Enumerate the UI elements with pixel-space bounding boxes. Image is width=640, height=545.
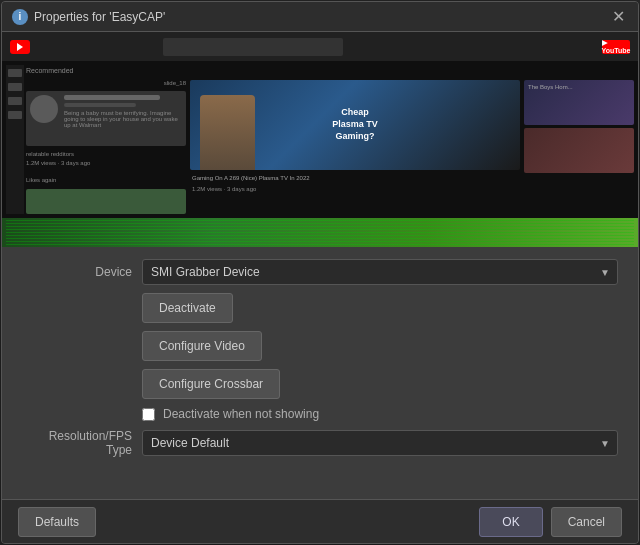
configure-crossbar-button[interactable]: Configure Crossbar xyxy=(142,369,280,399)
yt-person-silhouette xyxy=(200,95,255,170)
yt-user-video: Being a baby must be terrifying. Imagine… xyxy=(26,91,186,146)
yt-likes: Likes again xyxy=(26,177,186,183)
youtube-logo-icon xyxy=(10,40,30,54)
yt-timestamp: slide_18 xyxy=(26,80,186,86)
title-bar: i Properties for 'EasyCAP' ✕ xyxy=(2,2,638,32)
yt-video-meta: 1.2M views · 3 days ago xyxy=(190,186,520,192)
yt-title-line xyxy=(64,95,160,100)
device-label: Device xyxy=(22,265,132,279)
yt-content: Recommended slide_18 Being a baby must b… xyxy=(2,61,638,218)
title-text: Properties for 'EasyCAP' xyxy=(34,10,165,24)
yt-featured-video: slide_18 Being a baby must be terrifying… xyxy=(26,80,186,214)
yt-sidebar-item xyxy=(8,97,22,105)
configure-crossbar-row: Configure Crossbar xyxy=(142,369,618,399)
resolution-dropdown[interactable]: Device Default xyxy=(142,430,618,456)
yt-bottom-thumb xyxy=(26,189,186,214)
yt-badge: ▶ YouTube xyxy=(602,40,630,54)
yt-side-thumb-2 xyxy=(524,128,634,173)
dialog-icon: i xyxy=(12,9,28,25)
youtube-preview: ▶ YouTube Recommended slide_18 xyxy=(2,32,638,247)
yt-main-content: Recommended slide_18 Being a baby must b… xyxy=(26,65,634,214)
ok-button[interactable]: OK xyxy=(479,507,542,537)
preview-area: ▶ YouTube Recommended slide_18 xyxy=(2,32,638,247)
close-button[interactable]: ✕ xyxy=(608,7,628,27)
yt-avatar xyxy=(30,95,58,123)
yt-sidebar xyxy=(6,65,24,214)
resolution-dropdown-container: Device Default ▼ xyxy=(142,430,618,456)
deactivate-button[interactable]: Deactivate xyxy=(142,293,233,323)
yt-video-title: Gaming On A 269 (Nice) Plasma TV In 2022 xyxy=(190,173,520,183)
yt-thumb-title: CheapPlasma TVGaming? xyxy=(332,107,378,142)
yt-side-title-1: The Boys Hom... xyxy=(524,80,634,94)
defaults-button[interactable]: Defaults xyxy=(18,507,96,537)
yt-sidebar-item xyxy=(8,69,22,77)
deactivate-row: Deactivate xyxy=(142,293,618,323)
yt-big-thumbnail: CheapPlasma TVGaming? Gaming On A 269 (N… xyxy=(190,80,520,214)
yt-desc: Being a baby must be terrifying. Imagine… xyxy=(64,110,184,128)
yt-top-bar: ▶ YouTube xyxy=(2,32,638,61)
yt-sidebar-item xyxy=(8,111,22,119)
yt-meta: 1.2M views · 3 days ago xyxy=(26,160,186,166)
deactivate-checkbox[interactable] xyxy=(142,408,155,421)
bottom-bar: Defaults OK Cancel xyxy=(2,499,638,543)
configure-video-button[interactable]: Configure Video xyxy=(142,331,262,361)
device-dropdown-container: SMI Grabber Device ▼ xyxy=(142,259,618,285)
yt-recommended-label: Recommended xyxy=(26,65,634,76)
deactivate-checkbox-label: Deactivate when not showing xyxy=(163,407,319,421)
yt-sidebar-item xyxy=(8,83,22,91)
deactivate-checkbox-row: Deactivate when not showing xyxy=(142,407,618,421)
yt-glitch-effect xyxy=(6,218,634,247)
form-area: Device SMI Grabber Device ▼ Deactivate C… xyxy=(2,247,638,499)
dialog-window: i Properties for 'EasyCAP' ✕ ▶ YouTube xyxy=(1,1,639,544)
yt-search-bar xyxy=(163,38,343,56)
configure-video-row: Configure Video xyxy=(142,331,618,361)
device-dropdown[interactable]: SMI Grabber Device xyxy=(142,259,618,285)
yt-glitch-bar xyxy=(2,218,638,247)
yt-side-thumb-1: The Boys Hom... xyxy=(524,80,634,125)
device-row: Device SMI Grabber Device ▼ xyxy=(22,259,618,285)
yt-main-thumb: CheapPlasma TVGaming? xyxy=(190,80,520,170)
bottom-right-buttons: OK Cancel xyxy=(479,507,622,537)
resolution-row: Resolution/FPS Type Device Default ▼ xyxy=(22,429,618,457)
yt-side-thumbnails: The Boys Hom... xyxy=(524,80,634,214)
cancel-button[interactable]: Cancel xyxy=(551,507,622,537)
title-bar-left: i Properties for 'EasyCAP' xyxy=(12,9,165,25)
yt-spacer xyxy=(26,169,186,174)
yt-video-info: Being a baby must be terrifying. Imagine… xyxy=(62,91,186,146)
yt-channel: relatable redditors xyxy=(26,151,186,157)
resolution-label: Resolution/FPS Type xyxy=(22,429,132,457)
yt-badge-text: ▶ YouTube xyxy=(602,39,631,54)
yt-sub-line xyxy=(64,103,136,107)
yt-videos-grid: slide_18 Being a baby must be terrifying… xyxy=(26,80,634,214)
